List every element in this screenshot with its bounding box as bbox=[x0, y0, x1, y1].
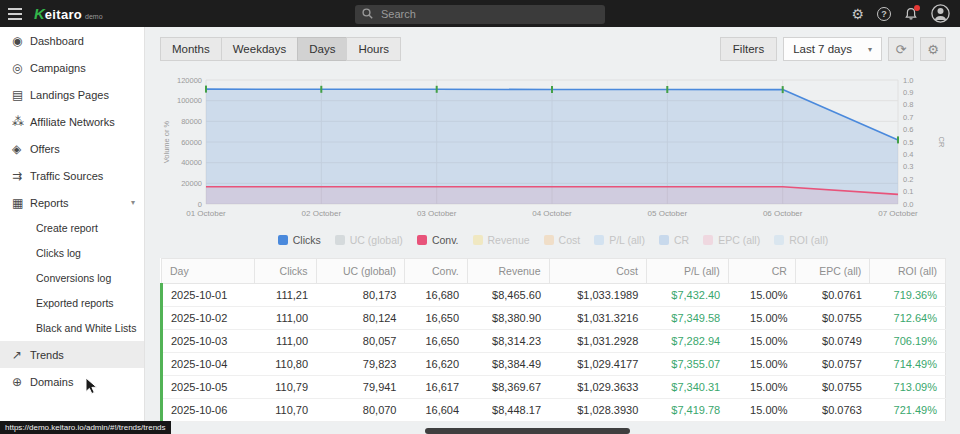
dashboard-icon: ◉ bbox=[12, 35, 30, 47]
sidebar-item-campaigns[interactable]: ◎Campaigns bbox=[0, 54, 144, 81]
sidebar-item-label: Domains bbox=[30, 376, 73, 388]
sidebar-item-reports[interactable]: ▦Reports▾ bbox=[0, 189, 144, 216]
cell-uc-global: 80,057 bbox=[316, 330, 404, 353]
legend-item-revenue[interactable]: Revenue bbox=[473, 234, 530, 246]
date-range-select[interactable]: Last 7 days ▾ bbox=[783, 37, 882, 61]
cell-conv: 16,617 bbox=[405, 376, 468, 399]
svg-text:20000: 20000 bbox=[181, 179, 202, 188]
trends-chart[interactable]: 02000040000600008000010000012000001 Octo… bbox=[160, 70, 946, 228]
menu-icon[interactable] bbox=[0, 0, 30, 27]
column-header-clicks[interactable]: Clicks bbox=[255, 259, 317, 284]
legend-swatch bbox=[703, 235, 713, 245]
sidebar-item-label: Offers bbox=[30, 143, 60, 155]
cell-p-l-all: $7,419.78 bbox=[646, 399, 728, 422]
column-header-roi-all[interactable]: ROI (all) bbox=[870, 259, 946, 284]
table-row[interactable]: 2025-10-03111,0080,05716,650$8,314.23$1,… bbox=[162, 330, 946, 353]
table-row[interactable]: 2025-10-04110,8079,82316,620$8,384.49$1,… bbox=[162, 353, 946, 376]
help-icon[interactable]: ? bbox=[877, 7, 891, 21]
svg-text:60000: 60000 bbox=[181, 138, 202, 147]
table-row[interactable]: 2025-10-05110,7979,94116,617$8,369.67$1,… bbox=[162, 376, 946, 399]
sidebar-item-dashboard[interactable]: ◉Dashboard bbox=[0, 27, 144, 54]
tab-weekdays[interactable]: Weekdays bbox=[221, 37, 298, 61]
column-header-conv[interactable]: Conv. bbox=[405, 259, 468, 284]
date-range-value: Last 7 days bbox=[793, 43, 852, 55]
traffic-sources-icon: ⇉ bbox=[12, 170, 30, 182]
legend-item-p-l-all[interactable]: P/L (all) bbox=[594, 234, 645, 246]
legend-item-clicks[interactable]: Clicks bbox=[278, 234, 321, 246]
svg-text:CR: CR bbox=[937, 137, 946, 148]
sidebar-subitem-clicks-log[interactable]: Clicks log bbox=[0, 241, 144, 266]
svg-text:0.0: 0.0 bbox=[903, 200, 913, 209]
sidebar-subitem-create-report[interactable]: Create report bbox=[0, 216, 144, 241]
offers-icon: ◈ bbox=[12, 143, 30, 155]
horizontal-scrollbar-thumb[interactable] bbox=[425, 428, 630, 434]
column-header-revenue[interactable]: Revenue bbox=[467, 259, 549, 284]
tab-months[interactable]: Months bbox=[160, 37, 222, 61]
cell-cost: $1,033.1989 bbox=[549, 284, 646, 307]
sidebar-item-affiliate-networks[interactable]: ⁂Affiliate Networks bbox=[0, 108, 144, 135]
column-header-uc-global[interactable]: UC (global) bbox=[316, 259, 404, 284]
sidebar-item-label: Affiliate Networks bbox=[30, 116, 115, 128]
cell-conv: 16,620 bbox=[405, 353, 468, 376]
legend-label: Cost bbox=[559, 234, 581, 246]
legend-item-roi-all[interactable]: ROI (all) bbox=[774, 234, 828, 246]
sidebar-subitem-exported-reports[interactable]: Exported reports bbox=[0, 291, 144, 316]
sidebar: ◉Dashboard◎Campaigns▤Landings Pages⁂Affi… bbox=[0, 27, 145, 434]
sidebar-item-domains[interactable]: ⊕Domains bbox=[0, 368, 144, 395]
refresh-button[interactable]: ⟳ bbox=[888, 37, 914, 61]
tab-days[interactable]: Days bbox=[297, 37, 347, 61]
sidebar-item-landings-pages[interactable]: ▤Landings Pages bbox=[0, 81, 144, 108]
table-row[interactable]: 2025-10-01111,2180,17316,680$8,465.60$1,… bbox=[162, 284, 946, 307]
svg-text:1.0: 1.0 bbox=[903, 76, 913, 85]
legend-swatch bbox=[278, 235, 288, 245]
legend-label: P/L (all) bbox=[609, 234, 645, 246]
domains-icon: ⊕ bbox=[12, 376, 30, 388]
cell-conv: 16,650 bbox=[405, 330, 468, 353]
sidebar-item-trends[interactable]: ↗Trends bbox=[0, 341, 144, 368]
campaigns-icon: ◎ bbox=[12, 62, 30, 74]
legend-swatch bbox=[659, 235, 669, 245]
trends-toolbar: MonthsWeekdaysDaysHours Filters Last 7 d… bbox=[160, 36, 946, 62]
search-input[interactable] bbox=[355, 5, 605, 24]
settings-icon[interactable]: ⚙ bbox=[851, 7, 864, 21]
svg-text:07 October: 07 October bbox=[878, 209, 918, 218]
column-header-cr[interactable]: CR bbox=[728, 259, 795, 284]
cell-conv: 16,604 bbox=[405, 399, 468, 422]
cell-epc-all: $0.0761 bbox=[795, 284, 869, 307]
brand-logo[interactable]: Keitaro demo bbox=[34, 5, 103, 22]
svg-text:03 October: 03 October bbox=[417, 209, 457, 218]
table-row[interactable]: 2025-10-02111,0080,12416,650$8,380.90$1,… bbox=[162, 307, 946, 330]
legend-item-cr[interactable]: CR bbox=[659, 234, 689, 246]
cell-roi-all: 721.49% bbox=[870, 399, 946, 422]
data-point-marker bbox=[666, 86, 668, 93]
cell-roi-all: 706.19% bbox=[870, 330, 946, 353]
user-avatar[interactable] bbox=[931, 4, 950, 23]
sidebar-item-offers[interactable]: ◈Offers bbox=[0, 135, 144, 162]
cell-uc-global: 79,823 bbox=[316, 353, 404, 376]
sidebar-subitem-conversions-log[interactable]: Conversions log bbox=[0, 266, 144, 291]
cell-p-l-all: $7,355.07 bbox=[646, 353, 728, 376]
column-header-cost[interactable]: Cost bbox=[549, 259, 646, 284]
notifications-bell-icon[interactable] bbox=[904, 7, 918, 21]
table-row[interactable]: 2025-10-06110,7080,07016,604$8,448.17$1,… bbox=[162, 399, 946, 422]
tab-hours[interactable]: Hours bbox=[346, 37, 401, 61]
legend-item-conv[interactable]: Conv. bbox=[417, 234, 459, 246]
svg-text:0.4: 0.4 bbox=[903, 150, 913, 159]
sidebar-subitem-black-and-white-lists[interactable]: Black and White Lists bbox=[0, 316, 144, 341]
column-header-epc-all[interactable]: EPC (all) bbox=[795, 259, 869, 284]
table-header-row: DayClicksUC (global)Conv.RevenueCostP/L … bbox=[162, 259, 946, 284]
sidebar-item-traffic-sources[interactable]: ⇉Traffic Sources bbox=[0, 162, 144, 189]
column-header-day[interactable]: Day bbox=[162, 259, 255, 284]
cell-day: 2025-10-01 bbox=[162, 284, 255, 307]
cell-p-l-all: $7,340.31 bbox=[646, 376, 728, 399]
chart-settings-button[interactable]: ⚙ bbox=[920, 37, 946, 61]
cell-cr: 15.00% bbox=[728, 376, 795, 399]
legend-item-epc-all[interactable]: EPC (all) bbox=[703, 234, 760, 246]
legend-item-cost[interactable]: Cost bbox=[544, 234, 581, 246]
cell-uc-global: 80,070 bbox=[316, 399, 404, 422]
cell-epc-all: $0.0757 bbox=[795, 353, 869, 376]
legend-item-uc-global[interactable]: UC (global) bbox=[335, 234, 403, 246]
svg-text:80000: 80000 bbox=[181, 117, 202, 126]
filters-button[interactable]: Filters bbox=[720, 37, 777, 61]
column-header-p-l-all[interactable]: P/L (all) bbox=[646, 259, 728, 284]
